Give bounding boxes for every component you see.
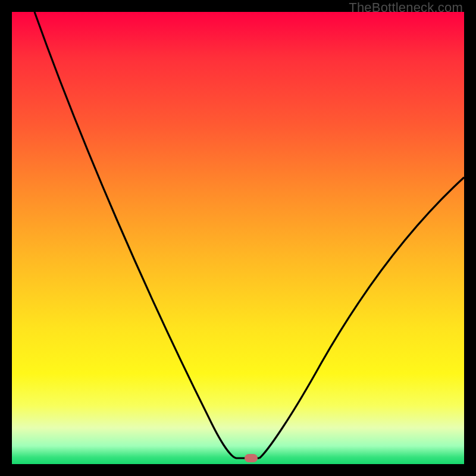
bottleneck-curve [12,12,464,464]
curve-right-branch [259,177,464,458]
optimal-point-marker [245,454,258,462]
chart-frame: TheBottleneck.com [0,0,476,476]
curve-left-branch [35,12,259,458]
watermark-text: TheBottleneck.com [349,0,463,15]
